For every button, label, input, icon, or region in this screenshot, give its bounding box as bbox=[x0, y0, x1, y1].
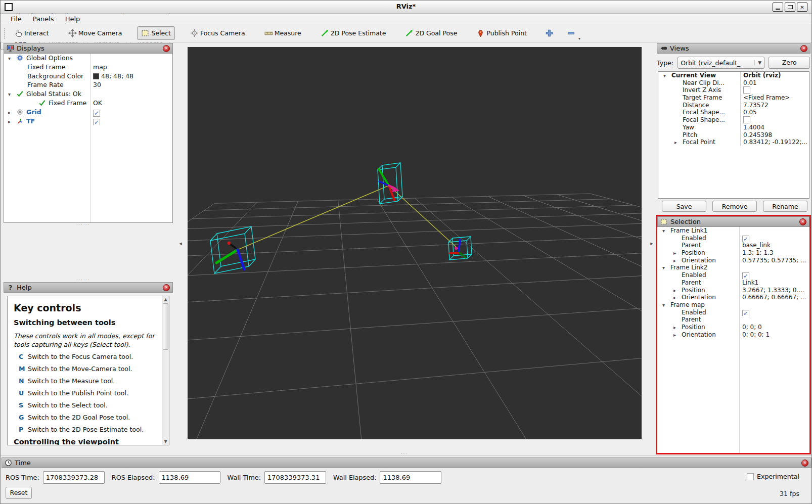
tree-row-enabled[interactable]: Enabled✓ bbox=[657, 271, 809, 279]
expander-icon[interactable]: ▸ bbox=[673, 257, 682, 264]
scroll-down-icon[interactable]: ▼ bbox=[162, 439, 169, 444]
property-value[interactable]: 1.4004 bbox=[743, 124, 808, 131]
tree-row-position[interactable]: ▸Position3.2667; 1.3333; 0.... bbox=[657, 287, 809, 294]
tree-row-orientation[interactable]: ▸Orientation0; 0; 0; 1 bbox=[657, 331, 809, 339]
property-value[interactable]: map bbox=[93, 63, 171, 72]
tree-row-global-options[interactable]: ▾Global Options bbox=[4, 54, 172, 63]
property-value[interactable]: 0.05 bbox=[743, 109, 808, 116]
right-panel-collapse-handle[interactable]: ▸ bbox=[648, 233, 656, 253]
tool-interact[interactable]: Interact bbox=[10, 26, 53, 40]
views-save-button[interactable]: Save bbox=[662, 201, 706, 212]
tree-row-fixed-frame[interactable]: Fixed FrameOK bbox=[4, 99, 172, 108]
3d-viewport[interactable] bbox=[188, 47, 642, 439]
property-value[interactable]: 0.66667; 0.66667; ... bbox=[742, 294, 808, 301]
tool-publish-point[interactable]: Publish Point bbox=[472, 26, 531, 40]
add-tool-button[interactable] bbox=[542, 27, 557, 39]
property-value[interactable]: Link1 bbox=[742, 279, 808, 287]
help-panel-header[interactable]: ? Help ✕ bbox=[4, 282, 173, 293]
property-value[interactable]: 0; 0; 0 bbox=[742, 324, 808, 331]
remove-tool-button[interactable]: ▾ bbox=[564, 27, 578, 39]
selection-close-icon[interactable]: ✕ bbox=[799, 218, 806, 225]
property-value[interactable]: 7.73572 bbox=[743, 102, 808, 109]
checkbox-checked[interactable]: ✓ bbox=[742, 310, 749, 316]
tree-row-focal-point[interactable]: ▸Focal Point0.83412; -0.19122;... bbox=[658, 139, 809, 146]
expander-icon[interactable]: ▸ bbox=[673, 250, 682, 257]
tree-row-invert-z-axis[interactable]: Invert Z Axis bbox=[658, 86, 809, 94]
tree-row-enabled[interactable]: Enabled✓ bbox=[657, 235, 809, 242]
scroll-up-icon[interactable]: ▲ bbox=[162, 297, 169, 302]
checkbox-checked[interactable]: ✓ bbox=[742, 272, 749, 279]
property-value[interactable]: 1.3; 1; 1.3 bbox=[742, 249, 808, 257]
reset-button[interactable]: Reset bbox=[6, 487, 32, 499]
tree-row-background-color[interactable]: Background Color 48; 48; 48 bbox=[4, 72, 172, 81]
toolbar-drag-handle[interactable] bbox=[4, 28, 6, 39]
tree-row-position[interactable]: ▸Position1.3; 1; 1.3 bbox=[657, 249, 809, 257]
checkbox-unchecked[interactable] bbox=[743, 86, 750, 94]
expander-icon[interactable]: ▾ bbox=[8, 54, 16, 63]
property-value[interactable]: base_link bbox=[742, 242, 808, 249]
maximize-button[interactable] bbox=[785, 3, 795, 12]
checkbox-checked[interactable]: ✓ bbox=[93, 119, 100, 126]
menu-item-panels[interactable]: Panels bbox=[29, 15, 58, 23]
expander-icon[interactable]: ▸ bbox=[673, 332, 682, 339]
zero-button[interactable]: Zero bbox=[769, 57, 810, 69]
property-value[interactable]: OK bbox=[93, 99, 171, 108]
splitter-dots[interactable]: ······ bbox=[76, 222, 90, 227]
time-close-icon[interactable]: ✕ bbox=[801, 460, 808, 467]
dropdown-arrow-icon[interactable]: ▾ bbox=[578, 36, 580, 41]
tool-select[interactable]: Select bbox=[137, 26, 175, 40]
views-rename-button[interactable]: Rename bbox=[763, 201, 807, 212]
tree-row-orientation[interactable]: ▸Orientation0.57735; 0.57735; ... bbox=[657, 257, 809, 264]
tree-row-grid[interactable]: ▸Grid✓ bbox=[4, 108, 172, 117]
close-button[interactable]: ✕ bbox=[797, 3, 807, 12]
property-value[interactable]: 0.83412; -0.19122;... bbox=[743, 139, 808, 146]
property-value[interactable]: 0.245398 bbox=[743, 131, 808, 139]
tool-focus-camera[interactable]: Focus Camera bbox=[186, 26, 249, 40]
property-value[interactable]: 0; 0; 0; 1 bbox=[742, 331, 808, 339]
wall-elapsed-input[interactable] bbox=[380, 471, 441, 484]
splitter-dots[interactable]: ··· bbox=[401, 452, 408, 456]
wall-time-input[interactable] bbox=[264, 471, 326, 484]
views-remove-button[interactable]: Remove bbox=[712, 201, 757, 212]
tree-row-current-view[interactable]: ▾Current ViewOrbit (rviz) bbox=[658, 72, 809, 79]
expander-icon[interactable]: ▾ bbox=[662, 227, 670, 235]
view-type-combobox[interactable]: Orbit (rviz_default_ ▼ bbox=[678, 57, 764, 69]
tree-row-tf[interactable]: ▸TF✓ bbox=[4, 117, 172, 126]
tree-row-frame-rate[interactable]: Frame Rate30 bbox=[4, 80, 172, 89]
expander-icon[interactable]: ▾ bbox=[662, 264, 670, 271]
expander-icon[interactable]: ▸ bbox=[673, 324, 682, 331]
tool-2d-pose-estimate[interactable]: 2D Pose Estimate bbox=[317, 26, 390, 40]
tree-row-orientation[interactable]: ▸Orientation0.66667; 0.66667; ... bbox=[657, 294, 809, 301]
expander-icon[interactable]: ▾ bbox=[8, 90, 16, 99]
menu-item-help[interactable]: Help bbox=[61, 15, 84, 23]
left-panel-collapse-handle[interactable]: ◂ bbox=[176, 233, 185, 253]
checkbox-unchecked[interactable] bbox=[743, 116, 750, 123]
ros-time-input[interactable] bbox=[43, 471, 105, 484]
property-value[interactable]: 0.57735; 0.57735; ... bbox=[742, 257, 808, 264]
scroll-thumb[interactable] bbox=[163, 303, 168, 350]
tree-row-yaw[interactable]: Yaw1.4004 bbox=[658, 124, 809, 131]
expander-icon[interactable]: ▸ bbox=[8, 108, 16, 117]
tree-row-frame-link1[interactable]: ▾Frame Link1 bbox=[657, 227, 809, 235]
tree-row-fixed-frame[interactable]: Fixed Framemap bbox=[4, 63, 172, 72]
property-value[interactable]: 30 bbox=[93, 80, 171, 89]
tree-row-distance[interactable]: Distance7.73572 bbox=[658, 102, 809, 109]
expander-icon[interactable]: ▾ bbox=[662, 302, 670, 309]
tree-row-parent[interactable]: ParentLink1 bbox=[657, 279, 809, 287]
menu-item-file[interactable]: File bbox=[7, 15, 26, 23]
expander-icon[interactable]: ▸ bbox=[8, 117, 16, 126]
property-value[interactable]: <Fixed Frame> bbox=[743, 94, 808, 102]
tree-row-position[interactable]: ▸Position0; 0; 0 bbox=[657, 324, 809, 331]
tool-measure[interactable]: Measure bbox=[260, 26, 305, 40]
experimental-option[interactable]: Experimental bbox=[747, 473, 799, 480]
expander-icon[interactable]: ▸ bbox=[673, 294, 682, 301]
checkbox-checked[interactable]: ✓ bbox=[742, 236, 749, 242]
tree-row-focal-shape[interactable]: Focal Shape... bbox=[658, 116, 809, 124]
views-panel-header[interactable]: Views ✕ bbox=[657, 43, 810, 54]
expander-icon[interactable]: ▸ bbox=[674, 139, 683, 146]
tree-row-global-status-ok[interactable]: ▾Global Status: Ok bbox=[4, 89, 172, 99]
minimize-button[interactable] bbox=[773, 3, 783, 12]
property-value[interactable]: 48; 48; 48 bbox=[93, 72, 171, 81]
tree-row-pitch[interactable]: Pitch0.245398 bbox=[658, 131, 809, 139]
tree-row-target-frame[interactable]: Target Frame<Fixed Frame> bbox=[658, 94, 809, 102]
